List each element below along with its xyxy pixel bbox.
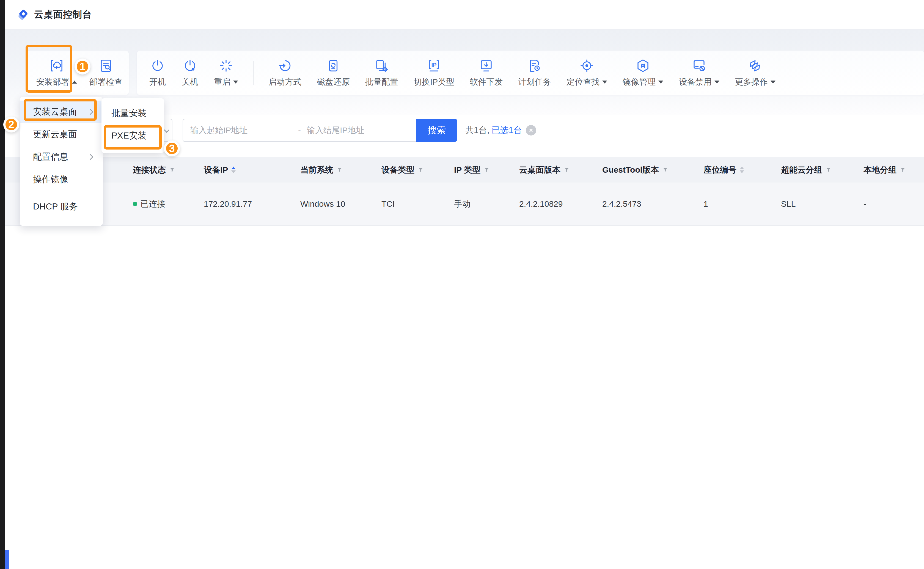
svg-text:IP: IP bbox=[431, 62, 437, 68]
scheduled-task-icon bbox=[527, 58, 542, 73]
cell-supercloud-group: SLL bbox=[781, 199, 796, 208]
filter-icon[interactable] bbox=[484, 167, 490, 173]
toolbar-divider bbox=[253, 61, 254, 85]
total-count: 共1台, bbox=[465, 125, 490, 136]
connected-status-dot bbox=[133, 202, 137, 206]
more-actions-icon bbox=[748, 58, 763, 73]
power-off-label: 关机 bbox=[182, 76, 198, 88]
scheduled-task-button[interactable]: 计划任务 bbox=[510, 58, 559, 88]
sort-icon[interactable] bbox=[231, 167, 236, 173]
clear-selection-button[interactable] bbox=[526, 125, 536, 135]
filter-icon[interactable] bbox=[169, 167, 175, 173]
submenu-item-label: 批量安装 bbox=[111, 107, 146, 119]
submenu-item-pxe-install[interactable]: PXE安装 bbox=[102, 125, 164, 147]
filter-icon[interactable] bbox=[662, 167, 668, 173]
device-disable-label: 设备禁用 bbox=[679, 76, 712, 88]
switch-ip-icon: IP bbox=[426, 58, 441, 73]
software-dispatch-icon bbox=[479, 58, 494, 73]
menu-item-install-cloud-desktop[interactable]: 安装云桌面 bbox=[20, 100, 103, 123]
locate-find-button[interactable]: 定位查找 bbox=[559, 58, 615, 88]
boot-mode-button[interactable]: 启动方式 bbox=[261, 58, 309, 88]
cell-device-ip: 172.20.91.77 bbox=[204, 199, 252, 208]
filter-icon[interactable] bbox=[825, 167, 832, 173]
cloud-desktop-console: 云桌面控制台 安装部署 部署检查 bbox=[0, 0, 924, 569]
locate-find-label: 定位查找 bbox=[566, 76, 600, 88]
filter-icon[interactable] bbox=[900, 167, 906, 173]
device-count-summary: 共1台, 已选1台 bbox=[465, 119, 536, 142]
power-off-button[interactable]: 关机 bbox=[174, 58, 206, 88]
menu-item-label: 配置信息 bbox=[33, 151, 68, 163]
device-disable-icon bbox=[692, 58, 706, 73]
power-off-icon bbox=[183, 58, 198, 73]
power-on-icon bbox=[150, 58, 165, 73]
col-supercloud-group: 超能云分组 bbox=[781, 164, 822, 176]
device-table-row[interactable]: 已连接 172.20.91.77 Windows 10 TCI 手动 2.4.2… bbox=[5, 183, 924, 226]
close-icon bbox=[528, 128, 533, 133]
more-actions-label: 更多操作 bbox=[735, 76, 768, 88]
deploy-check-icon bbox=[99, 58, 113, 73]
boot-mode-label: 启动方式 bbox=[268, 76, 301, 88]
caret-down-icon bbox=[714, 81, 719, 84]
install-deploy-menu: 安装云桌面 更新云桌面 配置信息 操作镜像 DHCP 服务 bbox=[20, 97, 103, 226]
install-deploy-button[interactable]: 安装部署 bbox=[30, 58, 83, 88]
sort-icon[interactable] bbox=[740, 167, 744, 173]
deploy-check-button[interactable]: 部署检查 bbox=[83, 58, 129, 88]
menu-item-label: DHCP 服务 bbox=[33, 201, 78, 213]
cell-ip-type: 手动 bbox=[454, 198, 470, 210]
cell-connection-status: 已连接 bbox=[140, 198, 165, 210]
selected-count[interactable]: 已选1台 bbox=[492, 125, 522, 136]
filter-icon[interactable] bbox=[336, 167, 343, 173]
power-on-label: 开机 bbox=[149, 76, 166, 88]
scrollbar-chip[interactable] bbox=[5, 550, 9, 569]
cell-current-system: Windows 10 bbox=[300, 199, 345, 208]
device-disable-button[interactable]: 设备禁用 bbox=[671, 58, 727, 88]
more-actions-button[interactable]: 更多操作 bbox=[727, 58, 783, 88]
col-desktop-version: 云桌面版本 bbox=[519, 164, 560, 176]
batch-config-label: 批量配置 bbox=[365, 76, 398, 88]
install-deploy-icon bbox=[49, 58, 64, 73]
disk-restore-icon bbox=[326, 58, 341, 73]
filter-icon[interactable] bbox=[418, 167, 424, 173]
window-edge-strip bbox=[0, 0, 5, 569]
ip-end-input[interactable] bbox=[307, 126, 409, 135]
device-table-header: 连接状态 设备IP 当前系统 设备类型 IP 类型 云桌面版本 GuestToo… bbox=[5, 157, 924, 183]
col-connection-status: 连接状态 bbox=[133, 164, 166, 176]
menu-item-operate-image[interactable]: 操作镜像 bbox=[20, 168, 103, 191]
image-manage-button[interactable]: 镜像管理 bbox=[615, 58, 671, 88]
power-on-button[interactable]: 开机 bbox=[142, 58, 174, 88]
filter-icon[interactable] bbox=[564, 167, 570, 173]
chevron-down-icon bbox=[164, 127, 169, 133]
toolbar-actions-card: 开机 关机 重启 启动方式 bbox=[137, 50, 924, 95]
switch-ip-label: 切换IP类型 bbox=[414, 76, 454, 88]
ip-start-input[interactable] bbox=[190, 126, 292, 135]
ip-range-separator: - bbox=[292, 126, 307, 135]
batch-config-button[interactable]: 批量配置 bbox=[358, 58, 406, 88]
caret-up-icon bbox=[72, 81, 77, 84]
step2-badge: 2 bbox=[3, 117, 19, 132]
search-button[interactable]: 搜索 bbox=[416, 119, 457, 142]
image-manage-icon bbox=[636, 58, 650, 73]
chevron-right-icon bbox=[87, 109, 93, 115]
submenu-item-batch-install[interactable]: 批量安装 bbox=[102, 102, 164, 125]
cell-device-type: TCI bbox=[381, 199, 394, 208]
switch-ip-button[interactable]: IP 切换IP类型 bbox=[406, 58, 462, 88]
software-dispatch-button[interactable]: 软件下发 bbox=[462, 58, 510, 88]
col-ip-type: IP 类型 bbox=[454, 164, 480, 176]
cell-guesttool-version: 2.4.2.5473 bbox=[602, 199, 641, 208]
col-seat-number: 座位编号 bbox=[703, 164, 737, 176]
submenu-item-label: PXE安装 bbox=[111, 130, 146, 142]
page-title: 云桌面控制台 bbox=[34, 8, 92, 21]
topbar: 云桌面控制台 bbox=[5, 0, 924, 29]
col-device-type: 设备类型 bbox=[381, 164, 414, 176]
disk-restore-button[interactable]: 磁盘还原 bbox=[309, 58, 358, 88]
batch-config-icon bbox=[374, 58, 389, 73]
menu-item-config-info[interactable]: 配置信息 bbox=[20, 146, 103, 168]
restart-button[interactable]: 重启 bbox=[206, 58, 246, 88]
menu-item-dhcp-service[interactable]: DHCP 服务 bbox=[20, 195, 103, 218]
cell-local-group: - bbox=[863, 199, 866, 208]
cell-seat-number: 1 bbox=[703, 199, 708, 208]
caret-down-icon bbox=[233, 81, 238, 84]
menu-item-update-cloud-desktop[interactable]: 更新云桌面 bbox=[20, 123, 103, 146]
deploy-check-label: 部署检查 bbox=[89, 76, 122, 88]
restart-spinner-icon bbox=[219, 58, 233, 73]
